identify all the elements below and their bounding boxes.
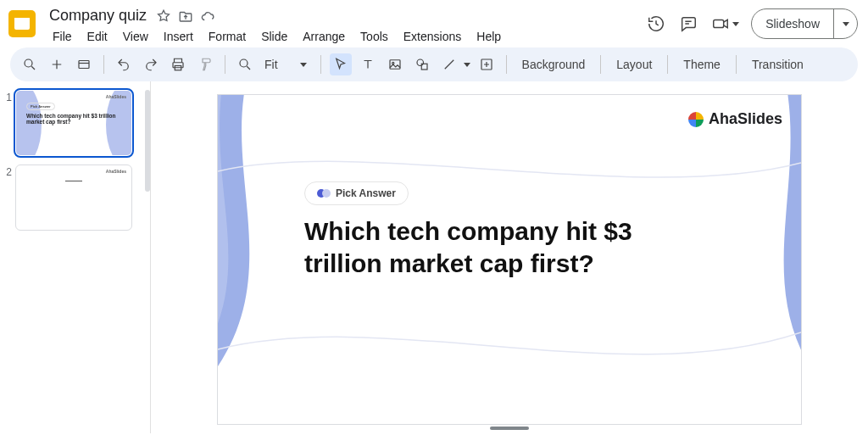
paint-format-icon[interactable]: [194, 53, 216, 75]
layout-icon[interactable]: [73, 53, 95, 75]
print-icon[interactable]: [167, 53, 189, 75]
zoom-icon: [234, 53, 256, 75]
header-actions: Slideshow: [646, 8, 858, 39]
zoom-value: Fit: [264, 58, 278, 71]
sidebar-scrollbar[interactable]: [145, 90, 150, 192]
menu-format[interactable]: Format: [202, 28, 253, 45]
svg-point-11: [417, 59, 424, 66]
menu-insert[interactable]: Insert: [157, 28, 200, 45]
slideshow-button[interactable]: Slideshow: [751, 8, 858, 39]
chevron-down-icon: [843, 22, 849, 26]
toolbar: Fit Background Layout Theme Transition: [10, 47, 858, 81]
svg-rect-3: [714, 20, 724, 27]
slideshow-dropdown[interactable]: [833, 9, 857, 38]
comment-icon[interactable]: [678, 14, 698, 34]
svg-rect-5: [79, 61, 89, 69]
slide-thumbnail-2[interactable]: AhaSlides: [15, 165, 132, 231]
chevron-down-icon: [300, 63, 307, 67]
history-icon[interactable]: [646, 14, 666, 34]
camera-icon: [710, 14, 731, 34]
theme-button[interactable]: Theme: [676, 54, 727, 75]
slideshow-label: Slideshow: [752, 17, 833, 31]
shape-icon[interactable]: [411, 53, 433, 75]
menu-edit[interactable]: Edit: [81, 28, 114, 45]
line-dropdown-icon[interactable]: [464, 63, 470, 67]
zoom-control[interactable]: Fit: [234, 53, 312, 75]
background-button[interactable]: Background: [515, 54, 593, 75]
svg-point-4: [25, 59, 32, 67]
undo-icon[interactable]: [113, 53, 135, 75]
pick-label: Pick Answer: [336, 187, 396, 199]
search-tool-icon[interactable]: [19, 53, 41, 75]
pick-answer-pill: Pick Answer: [304, 181, 409, 205]
app-header: Company quiz File Edit View Insert Forma…: [0, 0, 868, 46]
slide-thumbnail-1[interactable]: AhaSlides Pick Answer Which tech company…: [15, 90, 132, 156]
work-area: 1 AhaSlides Pick Answer Which tech compa…: [0, 81, 868, 433]
line-icon[interactable]: [438, 53, 460, 75]
slide-number: 2: [2, 165, 12, 178]
move-icon[interactable]: [177, 8, 194, 25]
transition-button[interactable]: Transition: [745, 54, 810, 75]
menu-slide[interactable]: Slide: [254, 28, 294, 45]
present-camera[interactable]: [710, 14, 739, 34]
document-title[interactable]: Company quiz: [46, 5, 150, 26]
canvas[interactable]: AhaSlides Pick Answer Which tech company…: [151, 81, 868, 433]
slides-logo[interactable]: [7, 8, 37, 39]
title-block: Company quiz File Edit View Insert Forma…: [46, 5, 508, 45]
select-tool-icon[interactable]: [330, 53, 352, 75]
layout-button[interactable]: Layout: [609, 54, 659, 75]
slide-main[interactable]: AhaSlides Pick Answer Which tech company…: [218, 95, 801, 424]
chevron-down-icon: [732, 22, 739, 26]
question-text[interactable]: Which tech company hit $3 trillion marke…: [304, 215, 691, 279]
star-icon[interactable]: [155, 8, 172, 25]
new-slide-icon[interactable]: [46, 53, 68, 75]
brand-logo: AhaSlides: [688, 110, 782, 128]
slide-number: 1: [2, 90, 12, 103]
cloud-icon[interactable]: [199, 8, 216, 25]
brand-text: AhaSlides: [709, 110, 782, 128]
comment-add-icon[interactable]: [476, 53, 498, 75]
menu-extensions[interactable]: Extensions: [397, 28, 468, 45]
slide-panel: 1 AhaSlides Pick Answer Which tech compa…: [0, 81, 151, 433]
decor-line: [218, 307, 801, 375]
svg-rect-9: [390, 60, 400, 70]
splitter-handle[interactable]: [490, 427, 529, 430]
image-icon[interactable]: [384, 53, 406, 75]
menu-file[interactable]: File: [46, 28, 79, 45]
brand-dot-icon: [688, 112, 704, 127]
menu-bar: File Edit View Insert Format Slide Arran…: [46, 26, 508, 45]
menu-tools[interactable]: Tools: [353, 28, 395, 45]
svg-point-8: [240, 59, 248, 67]
svg-rect-2: [14, 18, 30, 21]
menu-arrange[interactable]: Arrange: [296, 28, 352, 45]
menu-view[interactable]: View: [116, 28, 155, 45]
redo-icon[interactable]: [140, 53, 162, 75]
textbox-icon[interactable]: [357, 53, 379, 75]
menu-help[interactable]: Help: [470, 28, 508, 45]
